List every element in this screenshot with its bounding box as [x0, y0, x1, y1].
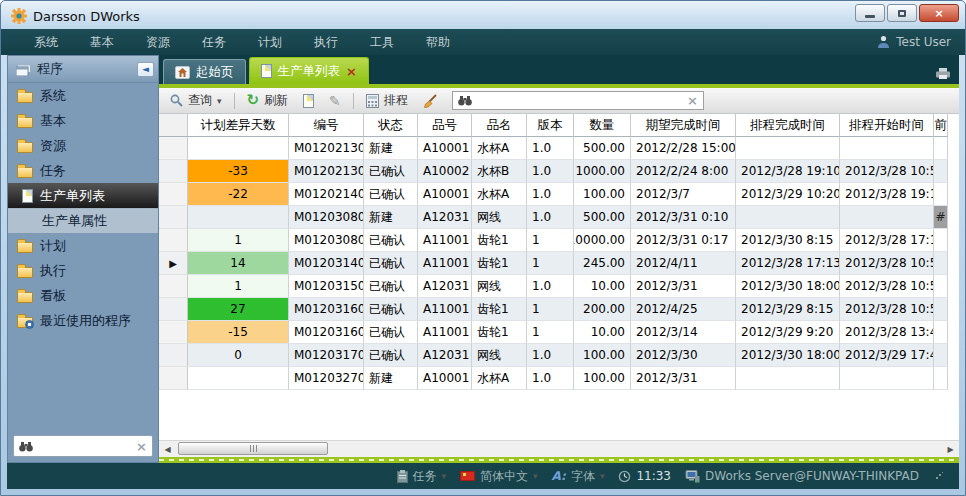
- cell-item_no[interactable]: A11001: [418, 321, 472, 344]
- cell-version[interactable]: 1.0: [527, 183, 574, 206]
- sidebar-item-recent-programs[interactable]: 最近使用的程序: [8, 308, 158, 333]
- cell-code[interactable]: M012031501: [289, 275, 364, 298]
- row-selector[interactable]: [159, 367, 188, 390]
- sidebar-item-basic[interactable]: 基本: [8, 108, 158, 133]
- cell-item_name[interactable]: 齿轮1: [472, 229, 527, 252]
- cell-item_name[interactable]: 水杯A: [472, 367, 527, 390]
- cell-version[interactable]: 1.0: [527, 344, 574, 367]
- sidebar-item-system[interactable]: 系统: [8, 83, 158, 108]
- resize-grip[interactable]: [935, 472, 943, 480]
- cell-due[interactable]: 2012/3/31: [631, 367, 736, 390]
- cell-qty[interactable]: 10000.00: [574, 229, 631, 252]
- cell-diff[interactable]: [188, 137, 289, 160]
- column-header[interactable]: 期望完成时间: [631, 114, 736, 137]
- cell-due[interactable]: 2012/3/14: [631, 321, 736, 344]
- cell-qty[interactable]: 100.00: [574, 344, 631, 367]
- cell-diff[interactable]: 1: [188, 229, 289, 252]
- table-row[interactable]: -22M012021401已确认A10001水杯A1.0100.002012/3…: [159, 183, 949, 206]
- table-row[interactable]: M012032701新建A10001水杯A1.0100.002012/3/31: [159, 367, 949, 390]
- sidebar-collapse-button[interactable]: ◄: [137, 62, 154, 77]
- cell-sched_start[interactable]: 2012/3/28 13:40: [840, 321, 934, 344]
- cell-due[interactable]: 2012/2/24 8:00: [631, 160, 736, 183]
- cell-qty[interactable]: 500.00: [574, 137, 631, 160]
- cell-sched_end[interactable]: [736, 367, 840, 390]
- cell-sched_end[interactable]: 2012/3/29 10:20: [736, 183, 840, 206]
- cell-item_name[interactable]: 水杯B: [472, 160, 527, 183]
- query-caret-icon[interactable]: ▾: [217, 96, 222, 106]
- menu-plan[interactable]: 计划: [243, 30, 297, 55]
- cell-diff[interactable]: 27: [188, 298, 289, 321]
- restore-button[interactable]: [887, 4, 917, 22]
- cell-sched_end[interactable]: [736, 137, 840, 160]
- statusbar-task[interactable]: 任务 ▾: [397, 468, 447, 485]
- cell-code[interactable]: M012021401: [289, 183, 364, 206]
- table-row[interactable]: 1M012030802已确认A11001齿轮1110000.002012/3/3…: [159, 229, 949, 252]
- sidebar-item-task[interactable]: 任务: [8, 158, 158, 183]
- cell-item_no[interactable]: A10002: [418, 160, 472, 183]
- table-row[interactable]: -33M012021302已确认A10002水杯B1.01000.002012/…: [159, 160, 949, 183]
- table-row[interactable]: 1M012031501已确认A12031网线1.010.002012/3/312…: [159, 275, 949, 298]
- row-selector[interactable]: [159, 206, 188, 229]
- cell-status[interactable]: 新建: [364, 367, 418, 390]
- cell-status[interactable]: 已确认: [364, 252, 418, 275]
- cell-sched_start[interactable]: 2012/3/28 10:52: [840, 252, 934, 275]
- row-selector[interactable]: [159, 321, 188, 344]
- cell-status[interactable]: 已确认: [364, 275, 418, 298]
- scroll-right-button[interactable]: ▶: [942, 441, 959, 457]
- cell-version[interactable]: 1: [527, 298, 574, 321]
- cell-version[interactable]: 1.0: [527, 275, 574, 298]
- cell-sched_end[interactable]: 2012/3/30 8:15: [736, 229, 840, 252]
- user-indicator[interactable]: Test User: [877, 35, 951, 49]
- query-button[interactable]: 查询 ▾: [165, 90, 227, 111]
- scrollbar-thumb[interactable]: [178, 442, 328, 455]
- cell-marker[interactable]: [934, 275, 948, 298]
- cell-sched_start[interactable]: 2012/3/28 17:13: [840, 229, 934, 252]
- row-selector[interactable]: [159, 344, 188, 367]
- cell-item_name[interactable]: 齿轮1: [472, 321, 527, 344]
- cell-sched_start[interactable]: 2012/3/29 17:46: [840, 344, 934, 367]
- cell-item_no[interactable]: A11001: [418, 298, 472, 321]
- cell-diff[interactable]: 0: [188, 344, 289, 367]
- cell-status[interactable]: 新建: [364, 137, 418, 160]
- cell-code[interactable]: M012030801: [289, 206, 364, 229]
- font-caret-icon[interactable]: ▾: [600, 471, 605, 481]
- sidebar-item-resource[interactable]: 资源: [8, 133, 158, 158]
- cell-status[interactable]: 新建: [364, 206, 418, 229]
- cell-item_name[interactable]: 齿轮1: [472, 252, 527, 275]
- cell-item_no[interactable]: A10001: [418, 183, 472, 206]
- menu-execute[interactable]: 执行: [299, 30, 353, 55]
- menu-help[interactable]: 帮助: [411, 30, 465, 55]
- cell-item_no[interactable]: A10001: [418, 137, 472, 160]
- cell-code[interactable]: M012031602: [289, 321, 364, 344]
- new-button[interactable]: [298, 92, 319, 110]
- cell-marker[interactable]: [934, 321, 948, 344]
- cell-diff[interactable]: -22: [188, 183, 289, 206]
- cell-item_name[interactable]: 网线: [472, 275, 527, 298]
- cell-item_name[interactable]: 水杯A: [472, 183, 527, 206]
- cell-version[interactable]: 1.0: [527, 137, 574, 160]
- cell-due[interactable]: 2012/3/31: [631, 275, 736, 298]
- cell-sched_start[interactable]: [840, 137, 934, 160]
- cell-status[interactable]: 已确认: [364, 183, 418, 206]
- cell-item_no[interactable]: A12031: [418, 275, 472, 298]
- scroll-left-button[interactable]: ◀: [159, 441, 176, 457]
- table-row[interactable]: M012030801新建A12031网线1.0500.002012/3/31 0…: [159, 206, 949, 229]
- cell-status[interactable]: 已确认: [364, 160, 418, 183]
- row-selector[interactable]: [159, 183, 188, 206]
- cell-item_name[interactable]: 齿轮1: [472, 298, 527, 321]
- column-header[interactable]: 数量: [574, 114, 631, 137]
- cell-diff[interactable]: 14: [188, 252, 289, 275]
- task-caret-icon[interactable]: ▾: [442, 471, 447, 481]
- language-caret-icon[interactable]: ▾: [533, 471, 538, 481]
- cell-qty[interactable]: 10.00: [574, 321, 631, 344]
- table-row[interactable]: 27M012031601已确认A11001齿轮11200.002012/4/25…: [159, 298, 949, 321]
- column-header[interactable]: 状态: [364, 114, 418, 137]
- cell-sched_end[interactable]: 2012/3/28 17:13: [736, 252, 840, 275]
- cell-marker[interactable]: [934, 252, 948, 275]
- sidebar-search-clear-icon[interactable]: ×: [136, 439, 147, 454]
- menu-task[interactable]: 任务: [187, 30, 241, 55]
- cell-marker[interactable]: #: [934, 206, 948, 229]
- cell-sched_end[interactable]: 2012/3/30 18:00: [736, 275, 840, 298]
- cell-qty[interactable]: 100.00: [574, 183, 631, 206]
- cell-qty[interactable]: 10.00: [574, 275, 631, 298]
